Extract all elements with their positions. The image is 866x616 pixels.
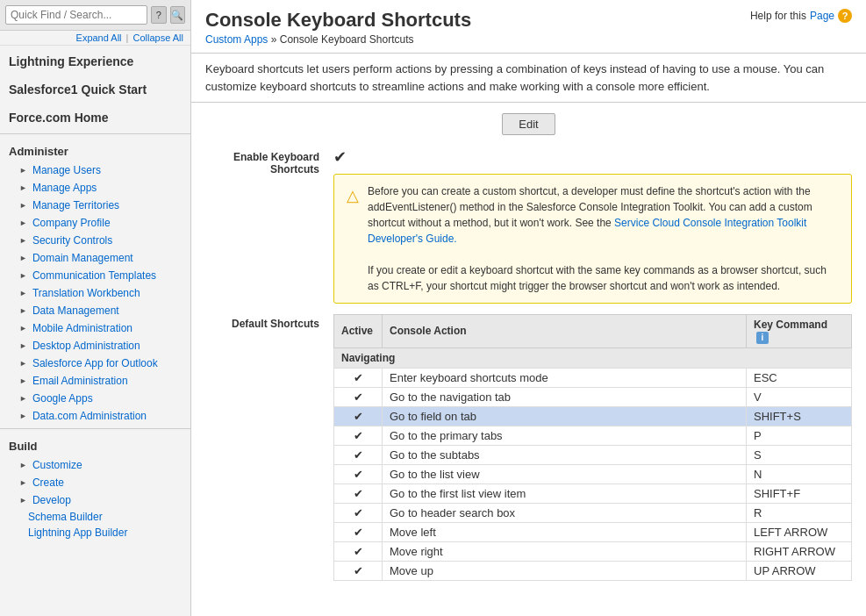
shortcuts-table-wrapper: Active Console Action Key Command i Navi…: [333, 314, 852, 581]
row-active: ✔: [334, 541, 383, 561]
help-text: Help for this: [750, 10, 806, 22]
row-key: SHIFT+F: [747, 483, 852, 503]
content-area: Edit Enable KeyboardShortcuts ✔ △ Before…: [191, 103, 866, 616]
row-active: ✔: [334, 368, 383, 387]
warning-icon: △: [347, 184, 359, 208]
sidebar-item-data-management[interactable]: ►Data Management: [4, 302, 190, 319]
table-header-row: Active Console Action Key Command i: [334, 315, 852, 348]
sidebar-section-administer: Administer: [0, 138, 190, 161]
col-header-key: Key Command i: [747, 315, 852, 348]
sidebar-item-google-apps[interactable]: ►Google Apps: [4, 390, 190, 407]
row-active: ✔: [334, 406, 383, 426]
row-active: ✔: [334, 426, 383, 445]
row-action: Go to header search box: [383, 503, 747, 522]
sidebar-item-email-administration[interactable]: ►Email Administration: [4, 372, 190, 390]
sidebar-item-translation-workbench[interactable]: ►Translation Workbench: [4, 284, 190, 302]
table-row: ✔Go to the list viewN: [334, 464, 852, 483]
row-key: RIGHT ARROW: [747, 541, 852, 561]
search-submit-btn[interactable]: 🔍: [170, 6, 186, 24]
warning-content: Before you can create a custom shortcut,…: [368, 183, 839, 294]
build-group: ►Customize ►Create ►Develop Schema Build…: [0, 456, 190, 541]
col-header-action: Console Action: [383, 315, 747, 348]
table-row: ✔Move rightRIGHT ARROW: [334, 541, 852, 561]
breadcrumb: Custom Apps » Console Keyboard Shortcuts: [205, 32, 852, 49]
shortcuts-label: Default Shortcuts: [205, 314, 319, 330]
row-active: ✔: [334, 561, 383, 580]
help-icon-btn[interactable]: ?: [151, 6, 167, 24]
help-icon[interactable]: ?: [838, 9, 852, 23]
table-row: ✔Enter keyboard shortcuts modeESC: [334, 368, 852, 387]
sidebar-item-manage-territories[interactable]: ►Manage Territories: [4, 197, 190, 214]
shortcuts-table: Active Console Action Key Command i Navi…: [333, 314, 852, 581]
sidebar-item-develop[interactable]: ►Develop: [4, 491, 190, 509]
sidebar-item-salesforce-app-outlook[interactable]: ►Salesforce App for Outlook: [4, 355, 190, 372]
sidebar-item-customize[interactable]: ►Customize: [4, 456, 190, 474]
table-row: ✔Go to field on tabSHIFT+S: [334, 406, 852, 426]
help-page-link[interactable]: Page: [810, 10, 834, 22]
sidebar-item-create[interactable]: ►Create: [4, 474, 190, 491]
sidebar-sub-lightning-app-builder[interactable]: Lightning App Builder: [4, 525, 190, 541]
page-title-row: Console Keyboard Shortcuts Help for this…: [205, 9, 852, 32]
row-active: ✔: [334, 464, 383, 483]
collapse-all-link[interactable]: Collapse All: [133, 32, 183, 43]
expand-collapse-row: Expand All | Collapse All: [0, 31, 190, 46]
administer-group: ►Manage Users ►Manage Apps ►Manage Terri…: [0, 161, 190, 425]
row-action: Go to the subtabs: [383, 445, 747, 464]
sidebar-item-company-profile[interactable]: ►Company Profile: [4, 214, 190, 232]
sidebar-item-manage-apps[interactable]: ►Manage Apps: [4, 179, 190, 197]
sidebar-item-lightning-experience[interactable]: Lightning Experience: [0, 46, 190, 74]
row-action: Go to field on tab: [383, 406, 747, 426]
warning-text2: If you create or edit a keyboard shortcu…: [368, 264, 827, 292]
breadcrumb-parent[interactable]: Custom Apps: [205, 33, 268, 46]
table-row: ✔Move leftLEFT ARROW: [334, 522, 852, 541]
enable-checkmark: ✔: [333, 148, 347, 166]
main-content: Console Keyboard Shortcuts Help for this…: [191, 0, 866, 616]
sidebar-sub-schema-builder[interactable]: Schema Builder: [4, 509, 190, 525]
sidebar-item-desktop-administration[interactable]: ►Desktop Administration: [4, 337, 190, 355]
table-row: ✔Go to the primary tabsP: [334, 426, 852, 445]
table-row: ✔Go to the subtabsS: [334, 445, 852, 464]
sidebar-section-build: Build: [0, 433, 190, 456]
navigating-section-header: Navigating: [334, 347, 852, 368]
row-key: ESC: [747, 368, 852, 387]
enable-shortcuts-value: ✔ △ Before you can create a custom short…: [333, 149, 852, 304]
sidebar-item-salesforce1[interactable]: Salesforce1 Quick Start: [0, 74, 190, 102]
page-description: Keyboard shortcuts let users perform act…: [191, 54, 866, 103]
sidebar-item-datacom-administration[interactable]: ►Data.com Administration: [4, 407, 190, 425]
enable-shortcuts-label: Enable KeyboardShortcuts: [205, 149, 319, 175]
row-key: SHIFT+S: [747, 406, 852, 426]
row-action: Move right: [383, 541, 747, 561]
breadcrumb-current: Console Keyboard Shortcuts: [280, 33, 414, 46]
table-row: ✔Go to the first list view itemSHIFT+F: [334, 483, 852, 503]
row-action: Go to the first list view item: [383, 483, 747, 503]
edit-button[interactable]: Edit: [502, 113, 555, 135]
sidebar-item-forcecom[interactable]: Force.com Home: [0, 102, 190, 130]
sidebar-item-mobile-administration[interactable]: ►Mobile Administration: [4, 319, 190, 337]
sidebar-item-communication-templates[interactable]: ►Communication Templates: [4, 267, 190, 284]
table-row: ✔Go to header search boxR: [334, 503, 852, 522]
sidebar-item-security-controls[interactable]: ►Security Controls: [4, 232, 190, 249]
search-bar: ? 🔍: [0, 0, 190, 31]
expand-all-link[interactable]: Expand All: [76, 32, 122, 43]
edit-btn-row: Edit: [205, 113, 852, 135]
row-active: ✔: [334, 503, 383, 522]
row-key: UP ARROW: [747, 561, 852, 580]
key-command-info-icon[interactable]: i: [756, 332, 769, 344]
row-key: R: [747, 503, 852, 522]
help-link: Help for this Page ?: [750, 9, 852, 23]
search-input[interactable]: [5, 5, 147, 25]
shortcuts-tbody: Navigating ✔Enter keyboard shortcuts mod…: [334, 347, 852, 580]
row-key: P: [747, 426, 852, 445]
enable-shortcuts-field: Enable KeyboardShortcuts ✔ △ Before you …: [205, 149, 852, 304]
row-key: N: [747, 464, 852, 483]
row-key: V: [747, 387, 852, 406]
sidebar-item-domain-management[interactable]: ►Domain Management: [4, 249, 190, 267]
row-action: Move up: [383, 561, 747, 580]
row-action: Move left: [383, 522, 747, 541]
row-active: ✔: [334, 522, 383, 541]
row-active: ✔: [334, 483, 383, 503]
row-active: ✔: [334, 387, 383, 406]
main-header: Console Keyboard Shortcuts Help for this…: [191, 0, 866, 54]
sidebar-item-manage-users[interactable]: ►Manage Users: [4, 161, 190, 179]
shortcuts-section: Default Shortcuts Active Console Action …: [205, 314, 852, 581]
